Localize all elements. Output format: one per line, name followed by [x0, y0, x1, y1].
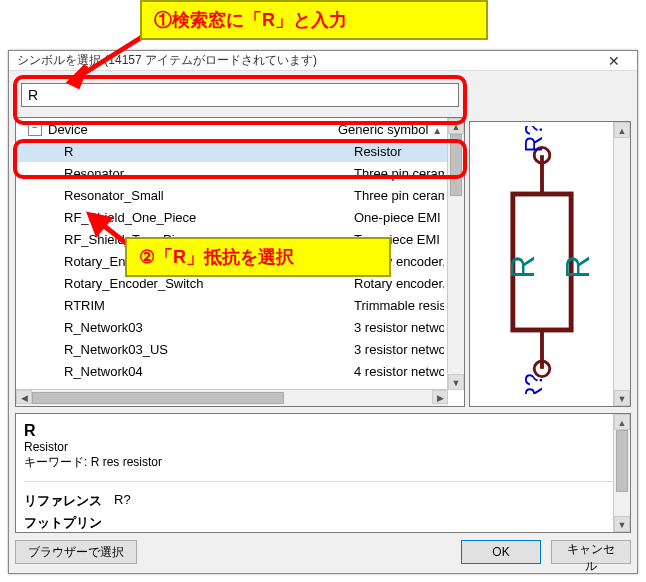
resistor-symbol-icon: R? R R R? — [474, 126, 610, 394]
symbol-preview-pane: R? R R R? ▲ ▼ — [469, 121, 631, 407]
tree-row[interactable]: R_Network04 4 resistor netwo — [16, 360, 448, 382]
row-name: R_Network03 — [64, 320, 354, 335]
row-name: Resonator_Small — [64, 188, 354, 203]
cancel-button[interactable]: キャンセル — [551, 540, 631, 564]
svg-text:R?: R? — [521, 126, 547, 153]
svg-text:R?: R? — [521, 373, 547, 394]
info-footprint-label: フットプリント — [24, 514, 114, 533]
annotation-callout-2: ②「R」抵抗を選択 — [125, 237, 391, 277]
info-symbol-desc: Resistor — [24, 440, 622, 454]
tree-row[interactable]: Resonator_Small Three pin ceram — [16, 184, 448, 206]
svg-text:R: R — [504, 255, 541, 279]
row-name: R_Network04 — [64, 364, 354, 379]
collapse-icon[interactable]: − — [28, 122, 42, 136]
row-name: Resonator — [64, 166, 354, 181]
tree-row[interactable]: Resonator Three pin ceram — [16, 162, 448, 184]
info-vertical-scrollbar[interactable]: ▲ ▼ — [613, 414, 630, 532]
scroll-up-icon[interactable]: ▲ — [614, 414, 630, 430]
dialog-button-row: ブラウザーで選択 OK キャンセル — [15, 537, 631, 567]
row-desc: 4 resistor netwo — [354, 364, 444, 379]
row-desc: 3 resistor netwo — [354, 320, 444, 335]
tree-horizontal-scrollbar[interactable]: ◀ ▶ — [16, 389, 448, 406]
scroll-left-icon[interactable]: ◀ — [16, 390, 32, 404]
sort-asc-icon: ▲ — [432, 125, 442, 136]
info-reference-label: リファレンス — [24, 492, 114, 510]
tree-group-header[interactable]: − Device Generic symbol▲ — [16, 118, 448, 140]
info-reference-value: R? — [114, 492, 131, 510]
column-name-header: Device — [48, 122, 338, 137]
scroll-thumb[interactable] — [450, 134, 462, 196]
scroll-thumb[interactable] — [616, 430, 628, 492]
scroll-right-icon[interactable]: ▶ — [432, 390, 448, 404]
scroll-down-icon[interactable]: ▼ — [614, 516, 630, 532]
row-desc: Three pin ceram — [354, 188, 444, 203]
tree-row[interactable]: R Resistor — [16, 140, 448, 162]
row-desc: One-piece EMI — [354, 210, 444, 225]
row-desc: Three pin ceram — [354, 166, 444, 181]
scroll-thumb[interactable] — [32, 392, 284, 404]
row-name: Rotary_Encoder_Switch — [64, 276, 354, 291]
row-desc: 3 resistor netwo — [354, 342, 444, 357]
ok-button[interactable]: OK — [461, 540, 541, 564]
svg-text:R: R — [559, 255, 596, 279]
column-desc-header: Generic symbol▲ — [338, 122, 444, 137]
info-keywords: キーワード: R res resistor — [24, 454, 622, 471]
row-name: R — [64, 144, 354, 159]
row-name: RTRIM — [64, 298, 354, 313]
row-desc: Trimmable resis — [354, 298, 444, 313]
tree-vertical-scrollbar[interactable]: ▲ ▼ — [447, 118, 464, 390]
preview-vertical-scrollbar[interactable]: ▲ ▼ — [613, 122, 630, 406]
browser-select-button[interactable]: ブラウザーで選択 — [15, 540, 137, 564]
tree-row[interactable]: R_Network03_US 3 resistor netwo — [16, 338, 448, 360]
scroll-down-icon[interactable]: ▼ — [448, 374, 464, 390]
svg-marker-1 — [70, 66, 86, 86]
row-name: R_Network03_US — [64, 342, 354, 357]
scroll-up-icon[interactable]: ▲ — [448, 118, 464, 134]
close-icon[interactable]: ✕ — [599, 53, 629, 69]
scroll-up-icon[interactable]: ▲ — [614, 122, 630, 138]
symbol-chooser-dialog: シンボルを選択 (14157 アイテムがロードされています) ✕ − D — [8, 50, 638, 574]
symbol-info-pane: R Resistor キーワード: R res resistor リファレンス … — [15, 413, 631, 533]
row-desc: Rotary encoder, — [354, 276, 444, 291]
scroll-down-icon[interactable]: ▼ — [614, 390, 630, 406]
row-desc: Resistor — [354, 144, 444, 159]
tree-row[interactable]: RTRIM Trimmable resis — [16, 294, 448, 316]
annotation-callout-1: ①検索窓に「R」と入力 — [140, 0, 488, 40]
tree-row[interactable]: R_Network03 3 resistor netwo — [16, 316, 448, 338]
info-symbol-name: R — [24, 422, 622, 440]
